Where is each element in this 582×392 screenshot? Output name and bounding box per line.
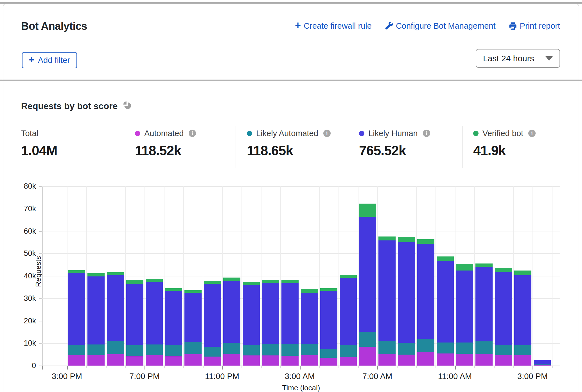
bar-segment-verified-bot[interactable] — [243, 282, 260, 285]
bar-segment-automated[interactable] — [320, 358, 337, 366]
bar-segment-automated[interactable] — [87, 355, 105, 366]
bar-segment-automated[interactable] — [223, 354, 240, 366]
bar-segment-automated[interactable] — [340, 357, 357, 366]
bar-segment-verified-bot[interactable] — [107, 272, 124, 275]
bar-segment-likely-human[interactable] — [475, 267, 493, 341]
bar-segment-automated[interactable] — [534, 365, 551, 366]
bar-segment-verified-bot[interactable] — [68, 270, 85, 273]
info-icon[interactable]: i — [423, 130, 430, 137]
time-range-dropdown[interactable]: Last 24 hours — [476, 49, 560, 68]
print-report-link[interactable]: Print report — [509, 21, 560, 31]
bar-segment-likely-human[interactable] — [359, 217, 376, 332]
bar-segment-verified-bot[interactable] — [359, 204, 376, 217]
bar-segment-verified-bot[interactable] — [437, 256, 454, 261]
bar-segment-likely-human[interactable] — [437, 261, 454, 342]
bar-segment-verified-bot[interactable] — [456, 264, 473, 271]
bar-segment-likely-automated[interactable] — [87, 344, 105, 355]
bar-segment-likely-human[interactable] — [495, 272, 512, 345]
bar-segment-verified-bot[interactable] — [378, 236, 396, 240]
info-icon[interactable]: i — [323, 130, 331, 137]
bar-segment-automated[interactable] — [184, 354, 202, 366]
bar-segment-likely-human[interactable] — [204, 284, 221, 347]
configure-bot-management-link[interactable]: Configure Bot Management — [385, 21, 496, 31]
bar-segment-likely-human[interactable] — [243, 285, 260, 345]
bar-segment-verified-bot[interactable] — [281, 280, 299, 283]
bar-segment-automated[interactable] — [243, 355, 260, 366]
bar-segment-verified-bot[interactable] — [262, 280, 279, 283]
bar-segment-likely-human[interactable] — [378, 240, 396, 341]
bar-segment-likely-automated[interactable] — [146, 344, 163, 355]
bar-segment-likely-automated[interactable] — [437, 343, 454, 353]
bar-segment-likely-human[interactable] — [340, 278, 357, 345]
bar-segment-automated[interactable] — [514, 355, 531, 366]
bar-segment-verified-bot[interactable] — [165, 288, 182, 291]
bar-segment-likely-automated[interactable] — [320, 349, 337, 358]
bar-segment-likely-automated[interactable] — [417, 339, 434, 352]
bar-segment-likely-automated[interactable] — [534, 364, 551, 365]
bar-segment-likely-human[interactable] — [126, 284, 143, 346]
info-icon[interactable]: i — [528, 130, 536, 137]
bar-segment-likely-human[interactable] — [301, 293, 318, 344]
add-filter-button[interactable]: + Add filter — [22, 52, 77, 68]
bar-segment-likely-automated[interactable] — [165, 345, 182, 356]
bar-segment-likely-automated[interactable] — [223, 343, 240, 354]
bar-segment-automated[interactable] — [68, 355, 85, 366]
bar-segment-likely-automated[interactable] — [456, 343, 473, 354]
bar-segment-verified-bot[interactable] — [475, 263, 493, 267]
bar-segment-verified-bot[interactable] — [534, 360, 551, 360]
bar-segment-verified-bot[interactable] — [87, 273, 105, 276]
bar-segment-automated[interactable] — [456, 354, 473, 366]
bar-segment-automated[interactable] — [495, 355, 512, 366]
bar-segment-verified-bot[interactable] — [126, 280, 143, 284]
bar-segment-automated[interactable] — [359, 347, 376, 366]
bar-segment-verified-bot[interactable] — [514, 271, 531, 275]
info-icon[interactable]: i — [189, 130, 196, 137]
bar-segment-likely-human[interactable] — [281, 283, 299, 344]
bar-segment-likely-human[interactable] — [68, 273, 85, 345]
bar-segment-likely-automated[interactable] — [301, 344, 318, 355]
bar-segment-likely-human[interactable] — [107, 275, 124, 341]
create-firewall-rule-link[interactable]: + Create firewall rule — [295, 21, 372, 31]
bar-segment-likely-automated[interactable] — [68, 345, 85, 355]
bar-segment-likely-automated[interactable] — [262, 344, 279, 355]
bar-segment-verified-bot[interactable] — [495, 268, 512, 272]
bar-segment-verified-bot[interactable] — [340, 275, 357, 278]
bar-segment-verified-bot[interactable] — [417, 239, 434, 244]
bar-segment-likely-human[interactable] — [223, 281, 240, 343]
bar-segment-likely-human[interactable] — [146, 282, 163, 344]
bar-segment-likely-automated[interactable] — [340, 345, 357, 357]
bar-segment-likely-human[interactable] — [165, 291, 182, 345]
bar-segment-automated[interactable] — [398, 355, 415, 366]
bar-segment-likely-human[interactable] — [87, 276, 105, 344]
bar-segment-likely-automated[interactable] — [107, 341, 124, 354]
bar-segment-verified-bot[interactable] — [301, 289, 318, 293]
bar-segment-verified-bot[interactable] — [398, 237, 415, 242]
bar-segment-automated[interactable] — [437, 353, 454, 366]
bar-segment-verified-bot[interactable] — [204, 281, 221, 284]
bar-segment-automated[interactable] — [378, 354, 396, 366]
bar-segment-automated[interactable] — [475, 354, 493, 366]
bar-segment-automated[interactable] — [126, 356, 143, 366]
bar-segment-verified-bot[interactable] — [184, 290, 202, 293]
bar-segment-likely-human[interactable] — [456, 271, 473, 343]
bar-segment-likely-automated[interactable] — [398, 343, 415, 354]
bar-segment-likely-human[interactable] — [320, 291, 337, 349]
bar-segment-likely-human[interactable] — [417, 244, 434, 339]
bar-segment-automated[interactable] — [165, 356, 182, 366]
bar-segment-automated[interactable] — [107, 354, 124, 366]
bar-segment-likely-human[interactable] — [514, 275, 531, 346]
bar-segment-verified-bot[interactable] — [320, 288, 337, 291]
bar-segment-likely-human[interactable] — [398, 242, 415, 343]
bar-segment-likely-automated[interactable] — [204, 347, 221, 357]
bar-segment-likely-automated[interactable] — [184, 342, 202, 354]
bar-segment-automated[interactable] — [301, 355, 318, 366]
bar-segment-likely-automated[interactable] — [475, 341, 493, 354]
bar-segment-automated[interactable] — [417, 352, 434, 366]
bar-segment-automated[interactable] — [146, 355, 163, 366]
bar-segment-likely-automated[interactable] — [495, 345, 512, 355]
bar-segment-likely-automated[interactable] — [378, 341, 396, 354]
bar-segment-verified-bot[interactable] — [146, 279, 163, 282]
bar-segment-likely-human[interactable] — [262, 283, 279, 344]
bar-segment-likely-human[interactable] — [184, 293, 202, 342]
bar-segment-automated[interactable] — [281, 356, 299, 366]
